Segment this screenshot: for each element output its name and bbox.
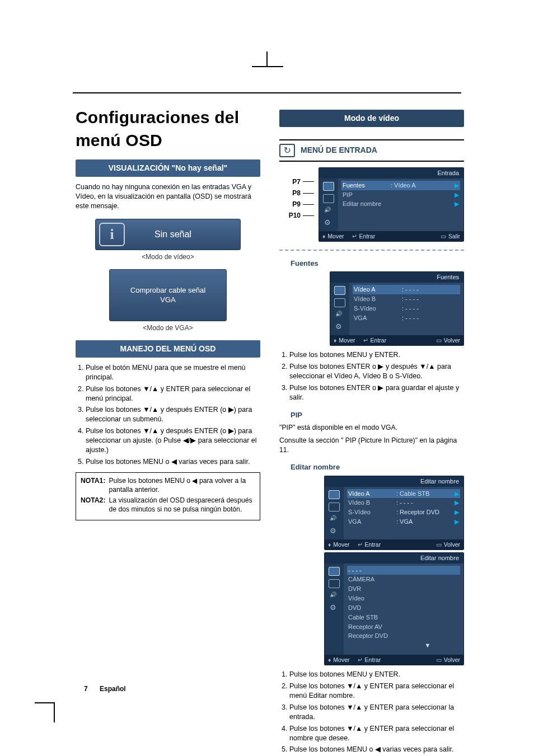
chevron-right-icon: ▶	[455, 181, 459, 190]
fuentes-step: Pulse los botones ENTER o ▶ para guardar…	[289, 383, 464, 402]
nosignal-vga-text1: Comprobar cable señal	[115, 285, 221, 295]
osd-fuentes: FuentesVídeo A: - - - -Vídeo B: - - - -S…	[330, 271, 464, 346]
fuentes-step: Pulse los botones ENTER o ▶ y después ▼/…	[289, 362, 464, 381]
picture-tab-icon	[329, 503, 340, 511]
osd-row: Vídeo B: - - - -	[353, 294, 460, 304]
osd-step: Pulse los botones MENU o ◀ varias veces …	[86, 457, 260, 467]
p-label: P8	[292, 189, 301, 198]
osd-row: S-Vídeo: Receptor DVD▶	[347, 508, 460, 517]
osd-row-key: Fuentes	[343, 181, 391, 190]
osd-row: CÁMERA	[347, 575, 460, 584]
osd-row-key: Vídeo B	[348, 499, 396, 507]
nosignal-vga-caption: <Modo de VGA>	[109, 323, 227, 332]
sound-tab-icon	[329, 515, 340, 524]
osd-footer-enter: Entrar	[359, 232, 376, 240]
osd-row-key: Receptor DVD	[348, 632, 396, 640]
sound-tab-icon	[323, 206, 334, 215]
fuentes-steps: Pulse los botones MENU y ENTER. Pulse lo…	[289, 350, 464, 402]
enter-icon: ↵	[363, 336, 368, 344]
osd-row: DVR	[347, 584, 460, 594]
osd-icon-rail	[319, 179, 338, 231]
osd-row-key: VGA	[348, 518, 396, 526]
osd-step: Pulse los botones ▼/▲ y ENTER para selec…	[86, 384, 260, 403]
updown-icon: ♦	[322, 232, 325, 240]
osd-steps: Pulse el botón MENU para que se muestre …	[86, 363, 260, 467]
menu-icon: ▭	[436, 656, 442, 664]
menu-icon: ▭	[436, 541, 442, 548]
osd-row-val: : Vídeo A	[391, 181, 455, 190]
osd-editar2: Editar nombre- - - -CÁMERADVRVídeoDVDCab…	[324, 552, 464, 666]
chevron-right-icon: ▶	[455, 490, 459, 498]
updown-icon: ♦	[328, 656, 331, 664]
fuentes-step: Pulse los botones MENU y ENTER.	[289, 350, 464, 360]
osd-row-key: DVD	[348, 604, 396, 612]
osd-row-key: Vídeo A	[354, 285, 402, 294]
right-column: Modo de vídeo MENÚ DE ENTRADA P7 P8 P9 P…	[279, 106, 464, 756]
editar-step: Pulse los botones MENU o ◀ varias veces …	[289, 745, 464, 754]
osd-row-key: Vídeo A	[348, 490, 396, 498]
osd-row: - - - -	[347, 566, 460, 575]
osd-row: DVD	[347, 603, 460, 613]
bar-osd-handling: MANEJO DEL MENÚ OSD	[76, 340, 260, 358]
p-label: P9	[292, 200, 301, 209]
osd-step: Pulse los botones ▼/▲ y después ENTER (o…	[86, 426, 260, 455]
left-column: Configuraciones del menú OSD VISUALIZACI…	[76, 106, 260, 756]
osd-rows: - - - -CÁMERADVRVídeoDVDCable STBRecepto…	[344, 564, 463, 655]
crop-mark-top	[252, 66, 283, 67]
updown-icon: ♦	[328, 541, 331, 548]
osd-rows: Vídeo A: - - - -Vídeo B: - - - -S-Vídeo:…	[349, 283, 463, 335]
osd-row-val: : - - - -	[402, 295, 459, 303]
osd-footer: ♦Mover↵Entrar▭Volver	[325, 655, 463, 665]
dashed-separator	[279, 250, 464, 251]
osd-title: Editar nombre	[325, 553, 463, 564]
note1-label: NOTA1:	[81, 476, 105, 495]
note-box: NOTA1: Pulse los botones MENU o ◀ para v…	[76, 472, 260, 520]
input-menu-title: MENÚ DE ENTRADA	[301, 145, 377, 156]
osd-row-key: Vídeo B	[354, 295, 402, 303]
osd-row-val: : - - - -	[402, 304, 459, 313]
pip-heading: PIP	[291, 410, 464, 420]
chevron-right-icon: ▶	[455, 508, 459, 516]
pip-line2: Consulte la sección " PIP (Picture In Pi…	[279, 436, 464, 454]
input-icon	[279, 144, 295, 157]
input-tab-icon	[329, 567, 340, 576]
osd-row-key: Receptor AV	[348, 623, 396, 631]
osd-footer: ♦Mover↵Entrar▭Salir	[319, 231, 463, 241]
osd-row: VGA: - - - -	[353, 313, 460, 323]
osd-row-key: PIP	[343, 191, 391, 199]
nosignal-vga: Comprobar cable señal VGA <Modo de VGA>	[109, 269, 227, 332]
osd-more-indicator: ▼	[347, 641, 460, 650]
osd-row: Fuentes: Vídeo A▶	[341, 181, 460, 190]
osd-row: Vídeo	[347, 594, 460, 603]
enter-icon: ↵	[358, 656, 363, 664]
input-menu-header: MENÚ DE ENTRADA	[279, 139, 464, 162]
osd-row: Receptor DVD	[347, 631, 460, 641]
setup-tab-icon	[334, 323, 345, 332]
osd-icon-rail	[330, 283, 349, 335]
chevron-right-icon: ▶	[455, 499, 459, 507]
input-tab-icon	[323, 182, 334, 191]
enter-icon: ↵	[352, 232, 357, 240]
osd-row-key: - - - -	[348, 566, 396, 575]
nosignal-video-caption: <Modo de vídeo>	[95, 252, 241, 261]
osd-row: Editar nombre▶	[341, 199, 460, 209]
p-labels: P7 P8 P9 P10	[289, 167, 314, 220]
osd-row: Cable STB	[347, 613, 460, 622]
osd-footer-enter: Entrar	[371, 336, 387, 344]
osd-rows: Vídeo A: Cable STB▶Vídeo B: - - - -▶S-Ví…	[344, 487, 463, 539]
input-tab-icon	[334, 286, 345, 295]
nosignal-vga-text2: VGA	[115, 295, 221, 305]
osd-title: Editar nombre	[325, 476, 463, 487]
bar-video-mode: Modo de vídeo	[279, 110, 464, 127]
editar-heading: Editar nombre	[291, 462, 464, 472]
editar-step: Pulse los botones ▼/▲ y ENTER para selec…	[289, 682, 464, 701]
sound-tab-icon	[334, 311, 345, 320]
setup-tab-icon	[329, 527, 340, 536]
osd-row: S-Vídeo: - - - -	[353, 304, 460, 313]
osd-row-key: S-Vídeo	[354, 304, 402, 313]
osd-row-key: S-Vídeo	[348, 508, 396, 516]
osd-row-val: : - - - -	[402, 314, 459, 322]
osd-row: Vídeo B: - - - -▶	[347, 498, 460, 508]
osd-footer-exit: Volver	[444, 656, 460, 664]
osd-rows: Fuentes: Vídeo A▶PIP▶Editar nombre▶	[338, 179, 463, 231]
